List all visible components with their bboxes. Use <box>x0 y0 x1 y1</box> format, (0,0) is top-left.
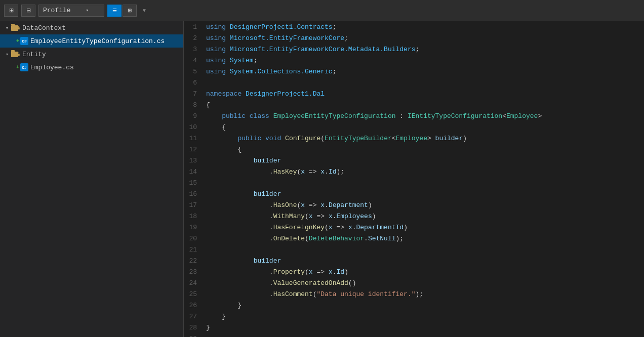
punct-token <box>269 112 273 120</box>
sidebar-item-entity[interactable]: ▾ Entity <box>0 48 183 61</box>
punct-token: ( <box>305 213 309 220</box>
employee-cs-label: Employee.cs <box>30 64 74 71</box>
line-number: 7 <box>184 88 202 99</box>
punct-token: ; <box>344 34 348 42</box>
line-number: 23 <box>184 266 202 277</box>
folder-lock-icon2 <box>11 51 20 58</box>
chevron-down-icon: ▾ <box>3 25 11 31</box>
code-line-8: 8{ <box>184 99 644 110</box>
code-line-7: 7namespace DesignerProject1.Dal <box>184 88 644 99</box>
punct-token: . <box>333 213 337 220</box>
punct-token: => <box>333 224 348 231</box>
code-line-17: 17 .HasOne(x => x.Department) <box>184 199 644 210</box>
punct-token: . <box>333 268 337 276</box>
toolbar-icon2-button[interactable]: ⊟ <box>21 5 35 17</box>
ident-token: x <box>309 213 313 220</box>
ident-token: x <box>348 224 352 231</box>
method-token: Property <box>273 268 305 276</box>
line-number: 18 <box>184 210 202 222</box>
punct-token: : <box>396 112 408 120</box>
profile-dropdown-label: Profile <box>43 7 71 14</box>
sidebar-item-datacontext[interactable]: ▾ DataContext <box>0 21 183 34</box>
code-line-6: 6 <box>184 77 644 88</box>
line-content: } <box>202 300 644 311</box>
line-number: 13 <box>184 155 202 166</box>
scroll-down-button[interactable]: ▼ <box>140 5 149 17</box>
punct-token: () <box>348 279 356 287</box>
punct-token: { <box>206 123 226 131</box>
punct-token <box>226 34 230 42</box>
punct-token: . <box>206 168 273 176</box>
type-token: IEntityTypeConfiguration <box>408 112 502 120</box>
employee-config-label: EmployeeEntityTypeConfiguration.cs <box>30 37 165 45</box>
punct-token <box>226 23 230 31</box>
line-number: 5 <box>184 66 202 77</box>
view-tree-button[interactable]: ⊞ <box>123 5 137 17</box>
line-number: 3 <box>184 44 202 55</box>
punct-token: } <box>206 324 210 331</box>
line-number: 20 <box>184 233 202 244</box>
view-list-button[interactable]: ☰ <box>107 5 122 17</box>
kw-token: class <box>250 112 269 120</box>
line-content: public class EmployeeEntityTypeConfigura… <box>202 110 644 121</box>
chevron-down-icon: ▾ <box>86 8 89 13</box>
kw-token: using <box>206 68 226 75</box>
line-content: using System; <box>202 55 644 66</box>
line-content: .HasKey(x => x.Id); <box>202 166 644 177</box>
method-token: Configure <box>285 135 320 142</box>
ident-token: builder <box>254 257 281 265</box>
line-content: { <box>202 144 644 155</box>
line-content: .HasOne(x => x.Department) <box>202 199 644 210</box>
line-content: .HasComment("Data unique identifier."); <box>202 288 644 300</box>
punct-token <box>206 112 222 120</box>
str-token: "Data unique identifier." <box>316 290 415 298</box>
punct-token: => <box>313 268 329 276</box>
punct-token: > <box>427 135 431 142</box>
line-content: builder <box>202 255 644 266</box>
punct-token <box>246 112 250 120</box>
punct-token: ); <box>396 235 404 242</box>
code-line-26: 26 } <box>184 300 644 311</box>
code-line-10: 10 { <box>184 121 644 133</box>
code-line-25: 25 .HasComment("Data unique identifier."… <box>184 288 644 300</box>
ident-token: builder <box>254 190 281 198</box>
sidebar-item-employee-cs[interactable]: + C# Employee.cs <box>0 61 183 74</box>
chevron-down-icon: ▾ <box>3 52 11 57</box>
punct-token: => <box>305 201 320 209</box>
kw-token: namespace <box>206 90 242 98</box>
code-line-12: 12 { <box>184 144 644 155</box>
ident-token: x <box>301 168 305 176</box>
ident-token: x <box>320 168 325 176</box>
type-token: EntityTypeBuilder <box>325 135 392 142</box>
line-number: 4 <box>184 55 202 66</box>
profile-dropdown[interactable]: Profile ▾ <box>38 5 104 17</box>
ns-token: DesignerProject1.Dal <box>246 90 325 98</box>
method-token: HasComment <box>273 290 313 298</box>
ident-token: builder <box>254 157 281 164</box>
view-buttons: ☰ ⊞ <box>107 5 137 17</box>
line-number: 27 <box>184 311 202 322</box>
toolbar: ⊞ ⊟ Profile ▾ ☰ ⊞ ▼ <box>0 0 644 21</box>
line-number: 10 <box>184 121 202 133</box>
line-content: .Property(x => x.Id) <box>202 266 644 277</box>
code-line-5: 5using System.Collections.Generic; <box>184 66 644 77</box>
code-editor[interactable]: 1using DesignerProject1.Contracts;2using… <box>184 21 644 337</box>
punct-token: ); <box>416 290 424 298</box>
toolbar-icon1-button[interactable]: ⊞ <box>4 5 18 17</box>
line-content: using DesignerProject1.Contracts; <box>202 21 644 32</box>
sidebar-item-employee-config[interactable]: + C# EmployeeEntityTypeConfiguration.cs <box>0 34 183 48</box>
kw-token: using <box>206 57 226 64</box>
ident-token: builder <box>435 135 463 142</box>
line-number: 2 <box>184 32 202 44</box>
punct-token <box>226 46 230 53</box>
type-token: Employee <box>396 135 427 142</box>
punct-token <box>226 68 230 75</box>
code-line-14: 14 .HasKey(x => x.Id); <box>184 166 644 177</box>
line-content <box>202 177 644 188</box>
line-number: 16 <box>184 188 202 199</box>
code-line-15: 15 <box>184 177 644 188</box>
line-content: .WithMany(x => x.Employees) <box>202 210 644 222</box>
punct-token: ( <box>320 135 325 142</box>
punct-token: . <box>325 201 329 209</box>
method-token: WithMany <box>273 213 305 220</box>
